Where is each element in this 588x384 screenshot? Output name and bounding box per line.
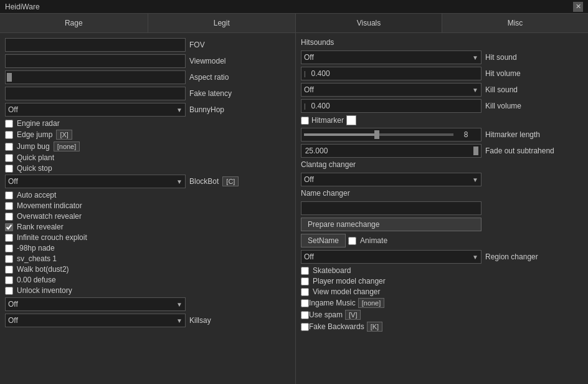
region-changer-arrow-icon: ▼ bbox=[472, 254, 478, 261]
edge-jump-key[interactable]: [X] bbox=[56, 130, 72, 140]
hit-sound-value: Off bbox=[304, 53, 314, 62]
hit-volume-slider[interactable]: | 0.400 bbox=[301, 67, 481, 80]
prepare-namechange-button[interactable]: Prepare namechange bbox=[301, 218, 481, 231]
defuse-checkbox[interactable] bbox=[5, 276, 13, 284]
setname-button[interactable]: SetName bbox=[301, 234, 346, 247]
viewmodel-input[interactable]: 0.000 bbox=[5, 54, 186, 68]
tab-misc[interactable]: Misc bbox=[442, 14, 588, 32]
left-panel-content: 90.000 FOV 0.000 Viewmodel 0.000 Aspect … bbox=[0, 33, 295, 384]
hit-volume-row: | 0.400 Hit volume bbox=[301, 67, 583, 80]
fov-label: FOV bbox=[189, 41, 205, 49]
hitmarker-checkbox[interactable] bbox=[301, 117, 309, 125]
view-model-changer-row: View model changer bbox=[301, 287, 583, 296]
hitmarker-length-value: 8 bbox=[453, 130, 478, 139]
quick-plant-row: Quick plant bbox=[5, 153, 290, 162]
jump-bug-checkbox[interactable] bbox=[5, 143, 13, 151]
bottom-dropdown-1-arrow-icon: ▼ bbox=[176, 301, 183, 308]
tab-visuals[interactable]: Visuals bbox=[296, 14, 442, 32]
quick-plant-checkbox[interactable] bbox=[5, 154, 13, 162]
right-tab-bar: Visuals Misc bbox=[296, 14, 588, 33]
infinite-crouch-checkbox[interactable] bbox=[5, 234, 13, 242]
ingame-music-checkbox[interactable] bbox=[301, 299, 309, 307]
name-changer-input[interactable] bbox=[301, 201, 481, 215]
bottom-dropdown-2-value: Off bbox=[8, 316, 18, 325]
view-model-changer-checkbox[interactable] bbox=[301, 288, 309, 296]
walk-bot-checkbox[interactable] bbox=[5, 266, 13, 274]
auto-accept-label: Auto accept bbox=[17, 191, 56, 199]
kill-sound-dropdown[interactable]: Off ▼ bbox=[301, 83, 481, 97]
region-changer-label: Region changer bbox=[485, 252, 538, 261]
hitmarker-length-slider[interactable]: 8 bbox=[301, 128, 481, 142]
hit-sound-arrow-icon: ▼ bbox=[472, 54, 478, 61]
left-tab-bar: Rage Legit bbox=[0, 14, 295, 33]
region-changer-dropdown[interactable]: Off ▼ bbox=[301, 250, 481, 264]
98hp-nade-row: -98hp nade bbox=[5, 244, 290, 252]
tab-rage[interactable]: Rage bbox=[0, 14, 148, 32]
aspect-ratio-row: 0.000 Aspect ratio bbox=[5, 70, 290, 84]
fake-backwards-label: Fake Backwards bbox=[309, 322, 364, 331]
use-spam-label: Use spam bbox=[309, 310, 343, 319]
kill-volume-slider[interactable]: | 0.400 bbox=[301, 99, 481, 113]
hit-sound-dropdown[interactable]: Off ▼ bbox=[301, 50, 481, 64]
jump-bug-label: Jump bug bbox=[17, 142, 50, 151]
fake-latency-row: 0.000 Fake latency bbox=[5, 87, 290, 100]
use-spam-key[interactable]: [V] bbox=[345, 310, 361, 320]
fadeout-label: Fade out subtrahend bbox=[485, 146, 554, 155]
unlock-inventory-row: Unlock inventory bbox=[5, 286, 290, 295]
unlock-inventory-checkbox[interactable] bbox=[5, 287, 13, 295]
ingame-music-row: Ingame Music [none] bbox=[301, 298, 583, 308]
bunnyhop-dropdown[interactable]: Off ▼ bbox=[5, 103, 186, 117]
auto-accept-checkbox[interactable] bbox=[5, 191, 13, 199]
skateboard-label: Skateboard bbox=[313, 266, 351, 275]
killsay-label: Killsay bbox=[189, 316, 211, 325]
quick-plant-label: Quick plant bbox=[17, 153, 54, 162]
fake-backwards-checkbox[interactable] bbox=[301, 323, 309, 331]
defuse-label: 0.00 defuse bbox=[17, 276, 56, 284]
skateboard-checkbox[interactable] bbox=[301, 267, 309, 275]
clantag-dropdown[interactable]: Off ▼ bbox=[301, 173, 481, 186]
bottom-dropdown-2[interactable]: Off ▼ bbox=[5, 314, 186, 327]
hit-sound-row: Off ▼ Hit sound bbox=[301, 50, 583, 64]
kill-sound-arrow-icon: ▼ bbox=[472, 87, 478, 94]
sv-cheats-checkbox[interactable] bbox=[5, 255, 13, 263]
movement-indicator-label: Movement indicator bbox=[17, 201, 82, 210]
overwatch-revealer-row: Overwatch revealer bbox=[5, 212, 290, 221]
rank-revealer-checkbox[interactable] bbox=[5, 223, 13, 231]
infinite-crouch-label: Infinite crouch exploit bbox=[17, 233, 87, 242]
fadeout-slider[interactable]: 25.000 bbox=[301, 144, 481, 158]
player-model-changer-checkbox[interactable] bbox=[301, 277, 309, 286]
use-spam-row: Use spam [V] bbox=[301, 310, 583, 320]
fake-backwards-row: Fake Backwards [K] bbox=[301, 322, 583, 332]
fov-input[interactable]: 90.000 bbox=[5, 38, 186, 52]
blockbot-dropdown[interactable]: Off ▼ bbox=[5, 175, 186, 188]
hitmarker-label: Hitmarker bbox=[311, 116, 344, 125]
fake-backwards-key[interactable]: [K] bbox=[367, 322, 382, 332]
player-model-changer-label: Player model changer bbox=[313, 277, 386, 286]
kill-volume-value: 0.400 bbox=[308, 102, 333, 110]
bottom-dropdown-1[interactable]: Off ▼ bbox=[5, 297, 186, 311]
98hp-nade-checkbox[interactable] bbox=[5, 244, 13, 252]
walk-bot-label: Walk bot(dust2) bbox=[17, 265, 69, 274]
name-changer-section-label: Name changer bbox=[301, 189, 583, 198]
animate-checkbox[interactable] bbox=[348, 237, 356, 245]
close-button[interactable]: ✕ bbox=[573, 2, 583, 12]
engine-radar-checkbox[interactable] bbox=[5, 120, 13, 128]
aspect-ratio-input[interactable]: 0.000 bbox=[12, 73, 185, 82]
movement-indicator-checkbox[interactable] bbox=[5, 202, 13, 210]
jump-bug-key[interactable]: [none] bbox=[54, 142, 80, 151]
kill-sound-label: Kill sound bbox=[485, 85, 518, 94]
jump-bug-row: Jump bug [none] bbox=[5, 142, 290, 151]
blockbot-key[interactable]: [C] bbox=[222, 176, 239, 186]
rank-revealer-row: Rank revealer bbox=[5, 223, 290, 231]
edge-jump-checkbox[interactable] bbox=[5, 131, 13, 139]
hitmarker-color-picker[interactable] bbox=[346, 115, 356, 125]
kill-sound-value: Off bbox=[304, 85, 314, 94]
tab-legit[interactable]: Legit bbox=[148, 14, 296, 32]
quick-stop-checkbox[interactable] bbox=[5, 165, 13, 173]
right-panel-content: Hitsounds Off ▼ Hit sound | 0.400 Hit vo… bbox=[296, 33, 588, 338]
fake-latency-input[interactable]: 0.000 bbox=[5, 87, 186, 100]
movement-indicator-row: Movement indicator bbox=[5, 201, 290, 210]
ingame-music-key[interactable]: [none] bbox=[358, 298, 385, 308]
overwatch-revealer-checkbox[interactable] bbox=[5, 213, 13, 221]
use-spam-checkbox[interactable] bbox=[301, 311, 309, 319]
